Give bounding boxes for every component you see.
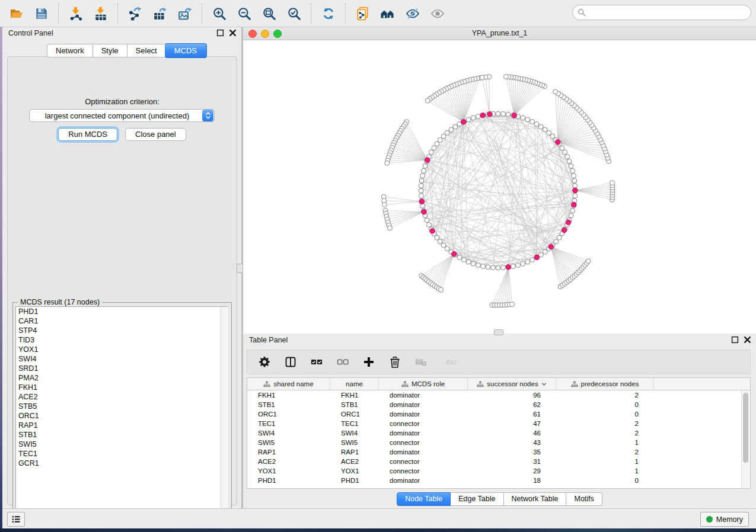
- select-all-icon[interactable]: [310, 355, 323, 368]
- mcds-result-node[interactable]: SWI4: [16, 354, 227, 364]
- mcds-result-node[interactable]: SWI5: [16, 440, 227, 449]
- homes-icon[interactable]: [380, 6, 395, 21]
- mcds-result-node[interactable]: SRD1: [16, 364, 227, 373]
- close-panel-icon[interactable]: [744, 336, 751, 344]
- search-box[interactable]: [572, 5, 751, 20]
- hide-annotations-icon[interactable]: [405, 6, 420, 21]
- mcds-result-node[interactable]: GCR1: [16, 459, 227, 468]
- table-cell: RAP1: [330, 448, 379, 456]
- table-cell: dominator: [379, 477, 468, 484]
- delete-column-icon[interactable]: [388, 355, 401, 368]
- mcds-result-node[interactable]: RAP1: [16, 421, 227, 430]
- mcds-result-node[interactable]: PMA2: [16, 373, 227, 383]
- close-panel-icon[interactable]: [229, 29, 237, 37]
- table-row[interactable]: PHD1PHD1dominator180: [247, 476, 750, 485]
- export-image-icon[interactable]: [177, 6, 193, 21]
- column-header-shared-name[interactable]: shared name: [247, 378, 330, 390]
- table-cell: 1: [556, 458, 654, 465]
- mcds-result-node[interactable]: CAR1: [16, 316, 227, 326]
- network-file-icon[interactable]: [355, 6, 371, 21]
- mcds-result-node[interactable]: YOX1: [16, 345, 227, 354]
- mcds-result-node[interactable]: ORC1: [16, 411, 227, 421]
- deselect-all-icon[interactable]: [336, 355, 349, 368]
- tab-select[interactable]: Select: [127, 44, 166, 57]
- table-row[interactable]: RAP1RAP1dominator352: [247, 447, 750, 457]
- tab-motifs[interactable]: Motifs: [566, 492, 602, 506]
- zoom-fit-icon[interactable]: [261, 6, 277, 21]
- task-history-button[interactable]: [7, 512, 25, 527]
- mcds-result-list[interactable]: PHD1CAR1STP4TID3YOX1SWI4SRD1PMA2FKH1ACE2…: [15, 306, 228, 517]
- run-mcds-button[interactable]: Run MCDS: [58, 128, 117, 141]
- mcds-result-node[interactable]: STP4: [16, 326, 227, 335]
- table-scrollbar-thumb[interactable]: [743, 393, 748, 463]
- open-session-icon[interactable]: [9, 6, 24, 21]
- mcds-result-node[interactable]: TEC1: [16, 449, 227, 459]
- show-annotations-icon[interactable]: [430, 6, 445, 21]
- save-session-icon[interactable]: [34, 6, 49, 21]
- table-row[interactable]: STB1STB1dominator620: [247, 400, 750, 409]
- memory-status-icon: [706, 516, 713, 523]
- mcds-tab-content: Optimization criterion: largest connecte…: [7, 56, 237, 505]
- network-canvas[interactable]: [243, 40, 756, 334]
- table-row[interactable]: TEC1TEC1connector472: [247, 419, 750, 428]
- mcds-result-node[interactable]: ACE2: [16, 392, 227, 402]
- column-header-MCDS-role[interactable]: MCDS role: [379, 378, 468, 390]
- table-header-row: shared namenameMCDS rolesuccessor nodesp…: [247, 378, 750, 390]
- optimization-criterion-select[interactable]: largest connected component (undirected): [29, 109, 215, 122]
- column-header-successor-nodes[interactable]: successor nodes: [468, 378, 556, 390]
- cytoscape-app: Control Panel NetworkStyleSelectMCDS Opt…: [0, 0, 756, 528]
- mcds-list-scrollbar[interactable]: [220, 307, 228, 517]
- column-visibility-icon[interactable]: [284, 355, 297, 368]
- column-header-predecessor-nodes[interactable]: predecessor nodes: [556, 378, 654, 390]
- node-table[interactable]: shared namenameMCDS rolesuccessor nodesp…: [247, 377, 751, 489]
- mcds-result-node[interactable]: TID3: [16, 335, 227, 345]
- table-row[interactable]: YOX1YOX1connector291: [247, 466, 750, 476]
- float-panel-icon[interactable]: [731, 336, 739, 344]
- horizontal-splitter-handle[interactable]: [494, 329, 503, 335]
- mcds-result-node[interactable]: FKH1: [16, 383, 227, 392]
- table-row[interactable]: SWI5SWI5connector431: [247, 438, 750, 447]
- search-input[interactable]: [589, 6, 751, 19]
- network-window-titlebar[interactable]: YPA_prune.txt_1: [243, 27, 756, 40]
- vertical-splitter-handle[interactable]: [237, 264, 243, 273]
- add-column-icon[interactable]: [362, 355, 375, 368]
- table-panel-header: Table Panel: [243, 334, 756, 348]
- table-cell: 1: [556, 439, 654, 446]
- table-row[interactable]: ORC1ORC1dominator610: [247, 409, 750, 419]
- zoom-selected-icon[interactable]: [286, 6, 302, 21]
- mcds-result-node[interactable]: STB5: [16, 402, 227, 411]
- table-cell: STB1: [247, 401, 330, 408]
- tab-node-table[interactable]: Node Table: [397, 492, 451, 506]
- gear-icon[interactable]: [258, 355, 271, 368]
- float-panel-icon[interactable]: [216, 29, 224, 37]
- tab-edge-table[interactable]: Edge Table: [451, 492, 503, 506]
- delete-table-icon: [414, 355, 428, 368]
- export-network-icon[interactable]: [127, 6, 143, 21]
- refresh-icon[interactable]: [321, 6, 336, 21]
- import-table-icon[interactable]: [93, 6, 109, 21]
- table-row[interactable]: FKH1FKH1dominator962: [247, 390, 750, 400]
- table-cell: SWI4: [247, 430, 330, 437]
- tab-network[interactable]: Network: [47, 44, 93, 57]
- network-graph[interactable]: [243, 40, 756, 334]
- export-table-icon[interactable]: [152, 6, 168, 21]
- tab-network-table[interactable]: Network Table: [504, 492, 567, 506]
- table-scrollbar[interactable]: [741, 390, 749, 488]
- zoom-out-icon[interactable]: [237, 6, 252, 21]
- svg-text:f(x): f(x): [445, 359, 456, 366]
- table-row[interactable]: ACE2ACE2connector311: [247, 457, 750, 466]
- zoom-in-icon[interactable]: [212, 6, 227, 21]
- table-cell: FKH1: [330, 392, 379, 399]
- column-header-name[interactable]: name: [330, 378, 379, 390]
- tab-mcds[interactable]: MCDS: [165, 43, 207, 58]
- tab-style[interactable]: Style: [93, 44, 127, 57]
- table-row[interactable]: SWI4SWI4dominator462: [247, 428, 750, 438]
- close-panel-button[interactable]: Close panel: [125, 128, 186, 141]
- column-header-filler: [654, 378, 750, 390]
- table-body: FKH1FKH1dominator962STB1STB1dominator620…: [247, 390, 750, 485]
- import-network-icon[interactable]: [68, 6, 84, 21]
- mcds-result-node[interactable]: PHD1: [16, 307, 227, 316]
- table-cell: ORC1: [247, 411, 330, 418]
- memory-button[interactable]: Memory: [700, 512, 749, 527]
- mcds-result-node[interactable]: STB1: [16, 430, 227, 440]
